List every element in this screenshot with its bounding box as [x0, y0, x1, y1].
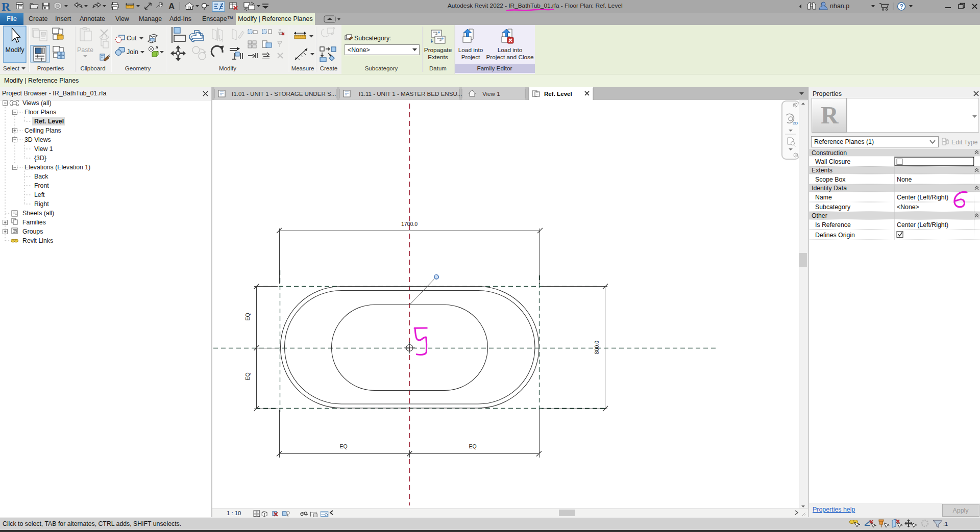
svg-text:A: A: [168, 2, 175, 11]
svg-text:EQ: EQ: [244, 313, 251, 320]
svg-text:Construction: Construction: [812, 149, 847, 157]
svg-text:Cut: Cut: [127, 35, 137, 42]
svg-text:R: R: [821, 102, 839, 129]
svg-text:Ceiling Plans: Ceiling Plans: [24, 127, 61, 134]
svg-text:Left: Left: [34, 191, 45, 198]
svg-text:Floor Plans: Floor Plans: [24, 109, 56, 116]
svg-text:Clipboard: Clipboard: [80, 65, 105, 71]
svg-text:<None>: <None>: [348, 46, 370, 54]
svg-text:View 1: View 1: [482, 90, 500, 97]
svg-text:View 1: View 1: [34, 145, 53, 153]
svg-text:I1.01 - UNIT 1 - STORAGE UNDER: I1.01 - UNIT 1 - STORAGE UNDER S...: [232, 90, 336, 97]
svg-text:Is Reference: Is Reference: [815, 221, 851, 229]
svg-text:800.0: 800.0: [594, 341, 600, 354]
svg-text:Front: Front: [34, 182, 49, 189]
svg-text:?: ?: [900, 3, 903, 10]
svg-text:Revit Links: Revit Links: [22, 237, 53, 244]
svg-text:Scope Box: Scope Box: [815, 176, 846, 183]
svg-text:Project: Project: [461, 54, 480, 61]
svg-text:Properties help: Properties help: [813, 506, 855, 513]
svg-text:Groups: Groups: [22, 228, 43, 235]
svg-text:3D Views: 3D Views: [24, 136, 51, 143]
svg-text:Views (all): Views (all): [22, 100, 52, 107]
svg-text:Defines Origin: Defines Origin: [815, 232, 855, 239]
svg-text:Subcategory: Subcategory: [815, 204, 851, 211]
svg-text:Identity Data: Identity Data: [812, 185, 847, 192]
svg-text:Measure: Measure: [291, 65, 314, 71]
svg-text:I1.11 - UNIT 1 - MASTER BED EN: I1.11 - UNIT 1 - MASTER BED ENSU...: [359, 90, 462, 97]
svg-text:Elevations (Elevation 1): Elevations (Elevation 1): [24, 164, 90, 171]
svg-text:Load into: Load into: [458, 46, 483, 54]
svg-text:Select: Select: [3, 65, 20, 71]
svg-text:R: R: [2, 0, 11, 13]
svg-text:Center (Left/Right): Center (Left/Right): [897, 194, 948, 201]
svg-text:Properties: Properties: [37, 65, 64, 71]
svg-text:Project and Close: Project and Close: [486, 54, 534, 61]
svg-text:Apply: Apply: [953, 507, 969, 514]
svg-text:Ref. Level: Ref. Level: [544, 90, 572, 97]
svg-text:Modify: Modify: [219, 65, 236, 71]
svg-text:Extents: Extents: [428, 54, 448, 61]
svg-text:Subcategory:: Subcategory:: [354, 35, 391, 42]
svg-text:Load into: Load into: [498, 46, 523, 54]
svg-text:Name: Name: [815, 194, 832, 201]
svg-text:Center (Left/Right): Center (Left/Right): [897, 221, 948, 229]
svg-text:None: None: [897, 176, 912, 183]
svg-text:Modify: Modify: [6, 46, 25, 54]
svg-text:Family Editor: Family Editor: [477, 65, 512, 72]
svg-text:Join: Join: [127, 48, 138, 56]
svg-text:Propagate: Propagate: [424, 46, 452, 54]
svg-text:Extents: Extents: [812, 167, 832, 174]
svg-text:Datum: Datum: [429, 65, 447, 71]
svg-text:EQ: EQ: [244, 372, 251, 380]
svg-text:<None>: <None>: [897, 204, 919, 211]
svg-text:Paste: Paste: [77, 46, 93, 54]
svg-text:Subcategory: Subcategory: [365, 65, 398, 71]
svg-text:Back: Back: [34, 173, 48, 180]
svg-text:EQ: EQ: [339, 443, 347, 449]
svg-text:nhan.p: nhan.p: [830, 3, 849, 10]
svg-text:Create: Create: [320, 65, 338, 71]
svg-text:1700.0: 1700.0: [401, 221, 418, 227]
svg-text:Right: Right: [34, 200, 49, 208]
svg-text:1 : 10: 1 : 10: [227, 510, 241, 516]
svg-text:Wall Closure: Wall Closure: [815, 158, 850, 165]
svg-text:Edit Type: Edit Type: [951, 139, 978, 146]
svg-text:Geometry: Geometry: [125, 65, 151, 71]
svg-text:{3D}: {3D}: [34, 155, 46, 162]
svg-text:Properties: Properties: [813, 90, 842, 97]
svg-text:Reference Planes (1): Reference Planes (1): [814, 138, 874, 145]
svg-text:Sheets (all): Sheets (all): [22, 210, 54, 217]
svg-text::1: :1: [943, 521, 948, 527]
svg-text:Ref. Level: Ref. Level: [34, 118, 64, 125]
svg-text:2D: 2D: [793, 121, 798, 125]
svg-text:Families: Families: [22, 219, 46, 226]
svg-text:EQ: EQ: [469, 443, 476, 449]
svg-text:Other: Other: [812, 212, 827, 219]
